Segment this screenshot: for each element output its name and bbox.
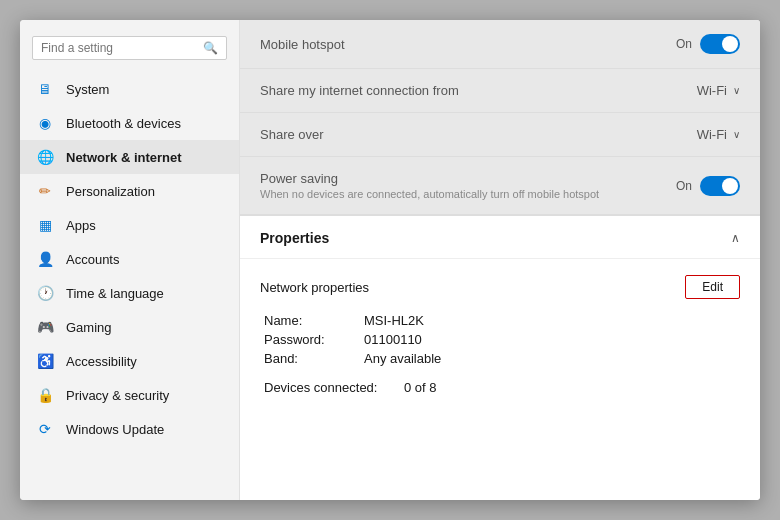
bluetooth-icon: ◉ [36,114,54,132]
chevron-up-icon[interactable]: ∧ [731,231,740,245]
sidebar-item-label: Privacy & security [66,388,169,403]
sidebar-item-bluetooth[interactable]: ◉ Bluetooth & devices [20,106,239,140]
accessibility-icon: ♿ [36,352,54,370]
sidebar-item-personalization[interactable]: ✏ Personalization [20,174,239,208]
devices-connected-row: Devices connected: 0 of 8 [260,380,740,395]
share-over-label: Share over [260,127,697,142]
sidebar-item-label: Accessibility [66,354,137,369]
chevron-down-icon: ∨ [733,129,740,140]
devices-value: 0 of 8 [404,380,437,395]
properties-title: Properties [260,230,329,246]
sidebar-item-label: Network & internet [66,150,182,165]
network-properties-row: Network properties Edit [260,275,740,299]
sidebar-item-network[interactable]: 🌐 Network & internet [20,140,239,174]
password-value: 01100110 [364,332,422,347]
name-key: Name: [264,313,364,328]
privacy-icon: 🔒 [36,386,54,404]
main-content: Mobile hotspot On Share my internet conn… [240,20,760,500]
properties-header: Properties ∧ [240,216,760,259]
time-icon: 🕐 [36,284,54,302]
sidebar-item-accessibility[interactable]: ♿ Accessibility [20,344,239,378]
sidebar-item-label: Apps [66,218,96,233]
devices-key: Devices connected: [264,380,404,395]
network-properties-label: Network properties [260,280,685,295]
power-saving-toggle[interactable] [700,176,740,196]
update-icon: ⟳ [36,420,54,438]
name-value: MSI-HL2K [364,313,424,328]
share-over-value: Wi-Fi [697,127,727,142]
sidebar-item-update[interactable]: ⟳ Windows Update [20,412,239,446]
sidebar-item-label: Gaming [66,320,112,335]
sidebar-item-accounts[interactable]: 👤 Accounts [20,242,239,276]
share-from-value: Wi-Fi [697,83,727,98]
band-row: Band: Any available [260,351,740,366]
network-icon: 🌐 [36,148,54,166]
properties-panel: Properties ∧ Network properties Edit Nam… [240,215,760,500]
gaming-icon: 🎮 [36,318,54,336]
properties-body: Network properties Edit Name: MSI-HL2K P… [240,259,760,411]
mobile-hotspot-row: Mobile hotspot On [240,20,760,69]
sidebar-item-label: Personalization [66,184,155,199]
sidebar-item-system[interactable]: 🖥 System [20,72,239,106]
mobile-hotspot-toggle[interactable] [700,34,740,54]
sidebar-item-gaming[interactable]: 🎮 Gaming [20,310,239,344]
power-saving-toggle-container: On [676,176,740,196]
password-row: Password: 01100110 [260,332,740,347]
share-from-label: Share my internet connection from [260,83,697,98]
share-from-dropdown[interactable]: Wi-Fi ∨ [697,83,740,98]
sidebar: 🔍 🖥 System ◉ Bluetooth & devices 🌐 Netwo… [20,20,240,500]
search-box[interactable]: 🔍 [32,36,227,60]
search-input[interactable] [41,41,203,55]
sidebar-item-label: Time & language [66,286,164,301]
sidebar-item-privacy[interactable]: 🔒 Privacy & security [20,378,239,412]
name-row: Name: MSI-HL2K [260,313,740,328]
band-value: Any available [364,351,441,366]
share-from-row: Share my internet connection from Wi-Fi … [240,69,760,113]
mobile-hotspot-status: On [676,37,692,51]
sidebar-item-label: System [66,82,109,97]
search-icon: 🔍 [203,41,218,55]
password-key: Password: [264,332,364,347]
accounts-icon: 👤 [36,250,54,268]
sidebar-item-label: Bluetooth & devices [66,116,181,131]
chevron-down-icon: ∨ [733,85,740,96]
power-saving-row: Power saving When no devices are connect… [240,157,760,215]
power-saving-sublabel: When no devices are connected, automatic… [260,188,676,200]
sidebar-item-apps[interactable]: ▦ Apps [20,208,239,242]
top-section: Mobile hotspot On Share my internet conn… [240,20,760,215]
share-over-dropdown[interactable]: Wi-Fi ∨ [697,127,740,142]
personalization-icon: ✏ [36,182,54,200]
toggle-knob [722,36,738,52]
sidebar-item-time[interactable]: 🕐 Time & language [20,276,239,310]
toggle-knob [722,178,738,194]
power-saving-status: On [676,179,692,193]
edit-button[interactable]: Edit [685,275,740,299]
sidebar-item-label: Windows Update [66,422,164,437]
sidebar-item-label: Accounts [66,252,119,267]
share-over-row: Share over Wi-Fi ∨ [240,113,760,157]
band-key: Band: [264,351,364,366]
mobile-hotspot-label: Mobile hotspot [260,37,676,52]
mobile-hotspot-toggle-container: On [676,34,740,54]
power-saving-label: Power saving When no devices are connect… [260,171,676,200]
apps-icon: ▦ [36,216,54,234]
system-icon: 🖥 [36,80,54,98]
